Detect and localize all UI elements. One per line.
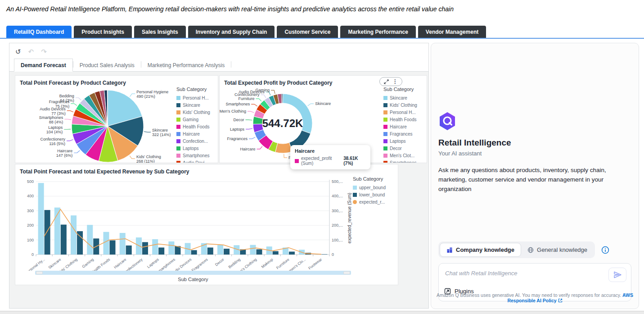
legend-title: Sub Category <box>353 176 395 182</box>
reset-icon[interactable]: ↺ <box>15 48 21 55</box>
assistant-description: Ask me any questions about products, inv… <box>438 166 631 194</box>
svg-text:500: 500 <box>27 179 34 184</box>
pie-legend: Sub Category Personal H...SkincareKids' … <box>176 86 214 163</box>
main-tab[interactable]: Marketing Performance <box>340 26 415 38</box>
legend-item[interactable]: Smartphones <box>383 160 423 163</box>
redo-icon[interactable]: ↷ <box>41 48 47 55</box>
svg-text:Haircare: Haircare <box>113 257 127 270</box>
main-tab[interactable]: Vendor Management <box>418 26 486 38</box>
send-icon <box>613 271 622 278</box>
company-knowledge-button[interactable]: Company knowledge <box>440 243 521 257</box>
main-tab[interactable]: Product Insights <box>74 26 132 38</box>
legend-item[interactable]: lower_bound <box>353 192 395 197</box>
undo-icon[interactable]: ↶ <box>28 48 34 55</box>
expand-icon[interactable] <box>384 79 389 84</box>
svg-text:Skincare322 (14%): Skincare322 (14%) <box>152 128 171 137</box>
svg-text:Kids' Clothing268 (11%): Kids' Clothing268 (11%) <box>136 155 161 163</box>
chart-tooltip: Haircare expected_profit (Sum) 38.61K (7… <box>290 145 370 169</box>
chart-x-scrollbar[interactable] <box>35 271 351 275</box>
svg-text:Laptops: Laptops <box>230 127 245 132</box>
main-tab-bar: RetailIQ DashboardProduct InsightsSales … <box>6 26 486 38</box>
svg-text:Laptops104 (4%): Laptops104 (4%) <box>46 125 63 134</box>
svg-text:Haircare147 (6%): Haircare147 (6%) <box>56 149 73 158</box>
legend-item[interactable]: Confection... <box>176 139 214 144</box>
svg-text:Smartphones: Smartphones <box>226 102 250 106</box>
tooltip-series: expected_profit (Sum) <box>301 156 340 166</box>
sheet-tab[interactable]: Demand Forecast <box>14 59 73 72</box>
kebab-menu-icon[interactable]: ⋮ <box>392 79 398 84</box>
legend-item[interactable]: Smartphones <box>176 153 214 158</box>
company-knowledge-label: Company knowledge <box>456 246 514 253</box>
svg-text:Skincare: Skincare <box>315 101 331 106</box>
scrollbar-left-handle[interactable] <box>36 271 43 274</box>
legend-item[interactable]: Kids' Clothing <box>383 103 423 108</box>
svg-text:Personal Hy...: Personal Hy... <box>24 257 46 271</box>
building-icon <box>446 247 453 253</box>
svg-text:Skincare: Skincare <box>47 257 62 270</box>
general-knowledge-button[interactable]: General knowledge <box>521 243 594 256</box>
svg-text:400,...: 400,... <box>332 194 343 198</box>
svg-text:Bedding: Bedding <box>227 257 241 269</box>
sheet-tab[interactable]: Product Sales Analysis <box>73 59 141 71</box>
main-tab[interactable]: Inventory and Supply Chain <box>188 26 275 38</box>
legend-item[interactable]: Fragrances <box>383 132 423 137</box>
globe-icon <box>527 247 534 253</box>
page-tagline: An AI-Powered Retail Intelligence Platfo… <box>6 5 454 13</box>
main-tab[interactable]: RetailIQ Dashboard <box>6 26 72 38</box>
bar-chart-card: Total Point Forecast and total Expected … <box>15 164 398 285</box>
pie-chart-card: Total Point Forecast by Product Category… <box>15 75 218 163</box>
legend-item[interactable]: Men's Clot... <box>383 153 423 158</box>
chat-input[interactable] <box>444 269 594 277</box>
assistant-footer: Amazon Q Business uses generative AI. Yo… <box>436 292 634 303</box>
legend-item[interactable]: Haircare <box>176 132 214 137</box>
svg-text:Footwear: Footwear <box>307 257 323 271</box>
svg-text:Fragrances: Fragrances <box>227 137 248 141</box>
svg-text:Smartphones88 (4%): Smartphones88 (4%) <box>39 115 63 124</box>
svg-text:Gaming: Gaming <box>256 88 270 92</box>
legend-item[interactable]: Decor <box>383 146 423 151</box>
svg-text:200: 200 <box>27 223 34 228</box>
legend-item[interactable]: Skincare <box>383 96 423 100</box>
legend-item[interactable]: expected_r... <box>353 200 395 205</box>
dashboard-sheet: Total Point Forecast by Product Category… <box>9 72 428 308</box>
legend-item[interactable]: Audio Devi... <box>176 160 214 163</box>
svg-text:500,...: 500,... <box>332 179 343 184</box>
legend-item[interactable]: Personal H... <box>383 110 423 115</box>
legend-item[interactable]: Laptops <box>176 146 214 151</box>
legend-item[interactable]: Health Foods <box>176 124 214 129</box>
legend-item[interactable]: Skincare <box>176 103 214 108</box>
page-scrollbar[interactable] <box>0 311 644 314</box>
legend-item[interactable]: Personal H... <box>176 96 214 100</box>
tooltip-value: 38.61K (7%) <box>343 156 366 166</box>
donut-legend: Sub Category SkincareKids' ClothingPerso… <box>383 86 423 163</box>
send-button[interactable] <box>608 268 626 282</box>
svg-text:Haircare: Haircare <box>240 147 256 151</box>
svg-text:400: 400 <box>27 194 34 198</box>
legend-item[interactable]: Gaming <box>176 117 214 122</box>
legend-item[interactable]: Laptops <box>383 139 423 144</box>
legend-item[interactable]: Kids' Clothing <box>176 110 214 115</box>
assistant-subtitle: Your AI assistant <box>438 150 631 157</box>
bar-line-chart[interactable]: 00100100,...200200,...300300,...400400,.… <box>18 177 355 271</box>
legend-title: Sub Category <box>176 86 214 92</box>
tooltip-title: Haircare <box>295 148 366 154</box>
dashboard-toolbar: ↺ ↶ ↷ <box>9 43 428 58</box>
svg-text:Confectionery116 (5%): Confectionery116 (5%) <box>41 137 66 146</box>
legend-item[interactable]: Haircare <box>383 124 423 129</box>
scrollbar-right-handle[interactable] <box>343 271 350 274</box>
svg-text:Furniture: Furniture <box>275 257 290 270</box>
sheet-tab[interactable]: Marketing Performance Anslysis <box>141 59 231 71</box>
svg-text:Fragrances: Fragrances <box>191 257 209 271</box>
svg-text:300,...: 300,... <box>332 209 343 213</box>
info-icon[interactable] <box>601 246 609 254</box>
svg-text:544.72K: 544.72K <box>262 117 303 129</box>
legend-title: Sub Category <box>383 86 423 92</box>
main-tab[interactable]: Customer Service <box>277 26 338 38</box>
legend-item[interactable]: upper_bound <box>353 185 395 190</box>
legend-item[interactable]: Health Foods <box>383 117 423 122</box>
svg-text:300: 300 <box>27 209 34 213</box>
main-tab[interactable]: Sales Insights <box>134 26 186 38</box>
tooltip-swatch <box>295 159 299 163</box>
dashboard-container: ↺ ↶ ↷ Demand ForecastProduct Sales Analy… <box>9 43 429 309</box>
chart-menu-control[interactable]: ⋮ <box>379 77 402 86</box>
